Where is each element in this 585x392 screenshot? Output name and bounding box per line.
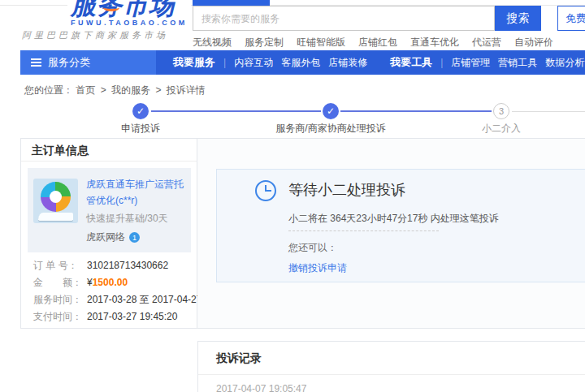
breadcrumb-separator: > [155, 84, 161, 96]
site-logo[interactable]: 服务市场 FUWU.TAOBAO.COM [67, 0, 191, 27]
step-connector [151, 110, 321, 112]
hot-link[interactable]: 旺铺智能版 [297, 36, 345, 50]
train-graphic [38, 213, 73, 221]
step-number-badge: 3 [493, 103, 509, 119]
search-tab-indicator[interactable] [193, 0, 270, 6]
complaint-records-panel: 投诉记录 2017-04-07 19:05:47 [197, 341, 585, 392]
product-name-link[interactable]: 虎跃直通车推广运营托管优化(c**r) [86, 176, 187, 209]
logo-smile-accent [103, 4, 119, 11]
step-connector [340, 110, 492, 112]
waiting-status-box: 等待小二处理投诉 小二将在 364天23小时47分17秒 内处理这笔投诉 您还可… [216, 169, 585, 282]
hot-link[interactable]: 代运营 [472, 36, 501, 50]
step-label-negotiate: 服务商/商家协商处理投诉 [275, 122, 385, 136]
breadcrumb-home[interactable]: 首页 [76, 84, 95, 96]
nav-divider: | [223, 57, 226, 68]
product-info: 虎跃直通车推广运营托管优化(c**r) 快速提升基础/30天 虎跃网络 1 [86, 176, 187, 244]
logo-core-graphic [50, 191, 62, 203]
service-period-value: 2017-03-28 至 2017-04-27 [87, 295, 202, 304]
progress-steps: 3 申请投诉 服务商/商家协商处理投诉 小二介入 [0, 103, 585, 132]
post-demand-button[interactable]: 免费发需求 ▼ [557, 6, 585, 31]
order-amount-row: 金 额： ¥1500.00 [33, 278, 202, 287]
breadcrumb: 您的位置： 首页 > 我的服务 > 投诉详情 [24, 84, 206, 97]
step-label-intervene: 小二介入 [482, 122, 521, 136]
payment-time-row: 支付时间： 2017-03-27 19:45:20 [33, 312, 202, 321]
step-check-icon [323, 103, 339, 119]
breadcrumb-prefix: 您的位置： [24, 84, 73, 96]
complaint-detail-panel: 主订单信息 虎跃直通车推广运营托管优化(c**r) 快速提升基础/30天 虎跃网… [20, 138, 585, 329]
post-demand-label: 免费发需求 [566, 11, 585, 26]
page: 服务市场 FUWU.TAOBAO.COM 阿里巴巴旗下商家服务市场 搜索 免费发… [0, 0, 585, 392]
options-label: 您还可以： [288, 241, 337, 255]
complaint-records-title: 投诉记录 [198, 342, 585, 375]
logo-domain: FUWU.TAOBAO.COM [71, 19, 188, 27]
hot-link[interactable]: 服务定制 [245, 36, 284, 50]
cancel-complaint-link[interactable]: 撤销投诉申请 [288, 261, 347, 275]
search-input[interactable] [193, 6, 495, 31]
nav-item-my-services[interactable]: 我要服务 [173, 55, 215, 70]
countdown-suffix: 内处理这笔投诉 [427, 213, 498, 224]
breadcrumb-separator: > [101, 84, 106, 96]
status-countdown: 小二将在 364天23小时47分17秒 内处理这笔投诉 [288, 212, 499, 226]
record-timestamp: 2017-04-07 19:05:47 [216, 383, 585, 392]
order-fields: 订 单 号： 310218713430662 金 额： ¥1500.00 服务时… [33, 261, 202, 329]
hot-link[interactable]: 自动评价 [514, 36, 553, 50]
nav-item-shop-decoration[interactable]: 店铺装修 [328, 56, 367, 70]
hot-links: 无线视频 服务定制 旺铺智能版 店铺红包 直通车优化 代运营 自动评价 [193, 36, 553, 50]
service-category-label: 服务分类 [48, 55, 90, 70]
field-label: 支付时间： [33, 312, 87, 321]
order-number-row: 订 单 号： 310218713430662 [33, 261, 202, 270]
dashed-divider [288, 230, 439, 231]
payment-time-value: 2017-03-27 19:45:20 [87, 312, 177, 321]
countdown-time: 364天23小时47分17秒 [330, 213, 427, 224]
hot-link[interactable]: 直通车优化 [410, 36, 459, 50]
seller-name-link[interactable]: 虎跃网络 [86, 230, 125, 244]
field-label: 订 单 号： [33, 261, 87, 270]
product-thumbnail[interactable] [33, 179, 78, 223]
order-amount-value: ¥1500.00 [87, 278, 128, 287]
status-title: 等待小二处理投诉 [288, 180, 405, 200]
order-number-value: 310218713430662 [87, 261, 168, 270]
breadcrumb-my-services[interactable]: 我的服务 [111, 84, 150, 96]
logo-tagline: 阿里巴巴旗下商家服务市场 [22, 29, 168, 41]
nav-item-my-tools[interactable]: 我要工具 [390, 55, 432, 70]
order-info-title: 主订单信息 [21, 139, 197, 162]
nav-item-data-analysis[interactable]: 数据分析 [545, 56, 584, 70]
service-category-button[interactable]: 服务分类 [20, 50, 156, 75]
nav-item-content[interactable]: 内容互动 [234, 56, 273, 70]
main-navbar: 服务分类 我要服务 | 内容互动 客服外包 店铺装修 我要工具 | 店铺管理 营… [20, 50, 585, 75]
logo-title: 服务市场 [71, 0, 188, 18]
hot-link[interactable]: 无线视频 [193, 36, 232, 50]
step-check-icon [132, 103, 149, 119]
countdown-prefix: 小二将在 [288, 213, 330, 224]
price-amount: 1500.00 [93, 277, 128, 288]
order-info-section: 主订单信息 虎跃直通车推广运营托管优化(c**r) 快速提升基础/30天 虎跃网… [21, 139, 197, 328]
nav-item-marketing-tools[interactable]: 营销工具 [498, 56, 537, 70]
product-card: 虎跃直通车推广运营托管优化(c**r) 快速提升基础/30天 虎跃网络 1 [28, 168, 191, 252]
nav-menu: 我要服务 | 内容互动 客服外包 店铺装修 我要工具 | 店铺管理 营销工具 数… [173, 50, 584, 75]
nav-item-shop-management[interactable]: 店铺管理 [451, 56, 490, 70]
field-label: 服务时间： [33, 295, 87, 304]
product-spec: 快速提升基础/30天 [86, 212, 187, 226]
search-button[interactable]: 搜索 [495, 6, 541, 31]
seller-level-icon: 1 [129, 232, 140, 243]
field-label: 金 额： [33, 278, 87, 287]
currency-symbol: ¥ [87, 277, 93, 288]
clock-icon [255, 180, 276, 201]
step-label-apply: 申请投诉 [121, 122, 160, 136]
nav-item-service-outsourcing[interactable]: 客服外包 [281, 56, 320, 70]
nav-divider: | [440, 57, 443, 68]
breadcrumb-complaint-detail: 投诉详情 [167, 84, 206, 96]
hot-link[interactable]: 店铺红包 [358, 36, 397, 50]
menu-icon [31, 58, 41, 67]
service-period-row: 服务时间： 2017-03-28 至 2017-04-27 [33, 295, 202, 304]
complaint-status-section: 等待小二处理投诉 小二将在 364天23小时47分17秒 内处理这笔投诉 您还可… [197, 139, 585, 328]
seller-row: 虎跃网络 1 [86, 230, 187, 244]
step-connector [512, 111, 585, 112]
